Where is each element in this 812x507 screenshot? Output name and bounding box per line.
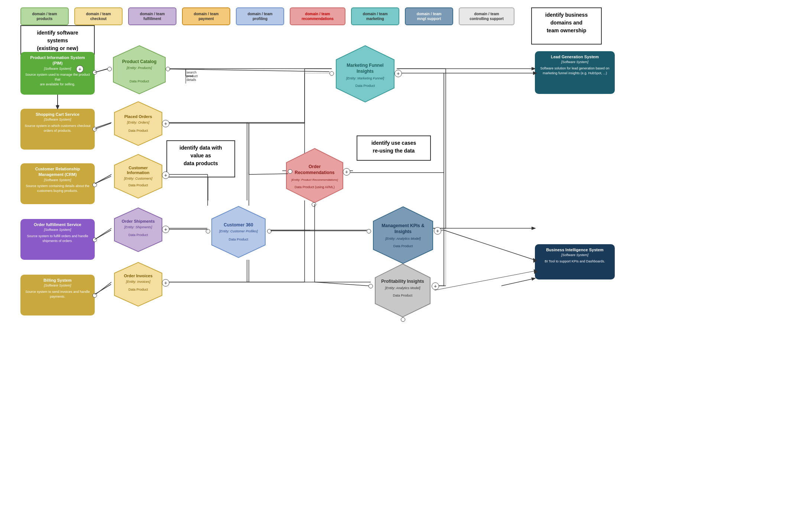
- svg-marker-80: [375, 264, 430, 317]
- mgmt-kpis-plus: +: [434, 227, 441, 235]
- svg-marker-40: [113, 46, 165, 94]
- profitability-hex: Profitability Insights [Entity: Analytic…: [371, 262, 435, 319]
- billing-title: Billing System: [23, 278, 92, 283]
- marketing-funnel-plus: +: [394, 70, 402, 77]
- svg-line-108: [444, 230, 534, 260]
- svg-text:Management KPIs &: Management KPIs &: [381, 223, 425, 228]
- bi-title: Business Intelligence System: [538, 247, 612, 253]
- placed-orders-hex: Placed Orders [Entity: Orders] Data Prod…: [111, 100, 165, 148]
- fulfillment-desc: Source system to fulfill orders and hand…: [23, 234, 92, 243]
- mgmt-kpis-hex: Management KPIs & Insights [Entity: Anal…: [369, 205, 438, 266]
- profitability-svg: Profitability Insights [Entity: Analytic…: [371, 262, 435, 318]
- svg-line-5: [95, 122, 111, 128]
- crm-output: [92, 183, 97, 187]
- legend-products: domain / team products: [20, 7, 69, 25]
- placed-orders-svg: Placed Orders [Entity: Orders] Data Prod…: [111, 100, 165, 147]
- mgmt-kpis-svg: Management KPIs & Insights [Entity: Anal…: [369, 205, 438, 265]
- shopping-cart-system: Shopping Cart Service [Software System] …: [20, 109, 95, 150]
- svg-text:Data Product: Data Product: [129, 288, 148, 291]
- crm-subtitle: [Software System]: [23, 178, 92, 183]
- svg-text:details: details: [186, 78, 196, 82]
- lead-gen-title: Lead Generation System: [538, 54, 612, 60]
- product-catalog-plus: +: [76, 65, 84, 73]
- fulfillment-title: Order fulfillment Service: [23, 222, 92, 228]
- order-invoices-svg: Order Invoices [Entity: Invoices] Data P…: [111, 261, 165, 308]
- svg-line-120: [315, 282, 368, 286]
- svg-line-87: [169, 69, 329, 72]
- customer-info-plus: +: [162, 171, 169, 179]
- svg-text:Data Product: Data Product: [129, 129, 148, 133]
- legend-profiling: domain / team profiling: [236, 7, 284, 25]
- fulfillment-subtitle: [Software System]: [23, 228, 92, 232]
- svg-marker-75: [373, 207, 433, 264]
- svg-line-31: [501, 278, 535, 286]
- crm-desc: Source system containing details about t…: [23, 184, 92, 193]
- svg-line-7: [95, 228, 111, 239]
- legend-controlling: domain / team controlling support: [459, 7, 514, 25]
- order-shipments-svg: Order Shipments [Entity: Shipments] Data…: [111, 206, 165, 253]
- billing-desc: Source system to send invoices and handl…: [23, 290, 92, 299]
- product-catalog-svg: Product Catalog [Entity: Products] Data …: [110, 44, 169, 96]
- svg-text:[Entity: Product Recommendatio: [Entity: Product Recommendations]: [291, 178, 338, 181]
- svg-line-8: [95, 282, 111, 295]
- svg-marker-48: [114, 154, 162, 198]
- lead-gen-desc: Software solution for lead generation ba…: [538, 66, 612, 75]
- shopping-desc: Source system in which customers checkou…: [23, 124, 92, 133]
- shopping-cart-output: [92, 127, 97, 131]
- pim-output-circle: [92, 70, 97, 75]
- svg-text:Data Product: Data Product: [393, 294, 413, 297]
- svg-text:[Entity: Customer Profiles]: [Entity: Customer Profiles]: [219, 229, 258, 233]
- marketing-funnel-hex: Marketing Funnel Insights [Entity: Marke…: [332, 44, 399, 104]
- svg-text:[Entity: Analytics Model]: [Entity: Analytics Model]: [384, 286, 420, 290]
- pim-desc: Source system used to manage the product…: [23, 72, 92, 86]
- product-catalog-hex: Product Catalog [Entity: Products] Data …: [110, 44, 169, 97]
- order-invoices-plus: +: [162, 279, 169, 287]
- legend-recommendations: domain / team recommendations: [290, 7, 345, 25]
- order-recommendations-svg: Order Recommendations [Entity: Product R…: [282, 147, 347, 204]
- profitability-plus: +: [432, 282, 439, 290]
- order-rec-input: [288, 169, 292, 174]
- svg-text:search: search: [186, 71, 196, 74]
- svg-text:[Entity: Products]: [Entity: Products]: [126, 66, 152, 70]
- crm-system: Customer RelationshipManagement (CRM) [S…: [20, 163, 95, 204]
- svg-text:Data Product: Data Product: [130, 79, 149, 83]
- svg-text:Order Shipments: Order Shipments: [121, 219, 155, 223]
- svg-text:Data Product: Data Product: [355, 84, 375, 88]
- legend-fulfillment: domain / team fulfillment: [128, 7, 176, 25]
- svg-marker-70: [286, 148, 343, 203]
- svg-text:Insights: Insights: [394, 229, 412, 234]
- pim-title: Product Information System(PIM): [23, 55, 92, 66]
- fulfillment-system: Order fulfillment Service [Software Syst…: [20, 219, 95, 260]
- shopping-subtitle: [Software System]: [23, 117, 92, 122]
- fulfillment-output: [92, 238, 97, 242]
- customer-360-hex: Customer 360 [Entity: Customer Profiles]…: [208, 205, 269, 259]
- main-canvas: search product details domain / team pro…: [0, 0, 812, 507]
- svg-text:Data Product: Data Product: [393, 244, 413, 248]
- svg-text:Data Product: Data Product: [129, 233, 148, 237]
- svg-marker-53: [114, 208, 162, 252]
- svg-marker-65: [336, 46, 394, 102]
- annotation-identify-use-cases: identify use casesre-using the data: [357, 135, 431, 161]
- lead-gen-system: Lead Generation System [Software System]…: [535, 51, 615, 94]
- customer-360-output: [267, 229, 272, 233]
- svg-text:Recommendations: Recommendations: [295, 170, 335, 175]
- profitability-input: [368, 284, 373, 288]
- svg-text:Order: Order: [309, 164, 321, 169]
- billing-output: [92, 293, 97, 298]
- shopping-title: Shopping Cart Service: [23, 112, 92, 117]
- svg-line-111: [435, 271, 535, 290]
- legend-mngt-support: domain / team mngt support: [405, 7, 453, 25]
- bi-subtitle: [Software System]: [538, 253, 612, 258]
- marketing-funnel-svg: Marketing Funnel Insights [Entity: Marke…: [332, 44, 399, 103]
- svg-line-95: [95, 284, 111, 294]
- product-catalog-output: [166, 67, 170, 71]
- placed-orders-plus: +: [162, 120, 169, 127]
- svg-line-92: [95, 123, 111, 129]
- svg-text:Marketing Funnel: Marketing Funnel: [347, 63, 383, 68]
- legend-marketing: domain / team marketing: [351, 7, 399, 25]
- bi-desc: BI Tool to support KPIs and Dashboards.: [538, 259, 612, 264]
- customer-360-svg: Customer 360 [Entity: Customer Profiles]…: [208, 205, 269, 259]
- order-shipments-plus: +: [162, 226, 169, 233]
- svg-text:Data Product: Data Product: [129, 183, 148, 187]
- pim-system: Product Information System(PIM) [Softwar…: [20, 52, 95, 95]
